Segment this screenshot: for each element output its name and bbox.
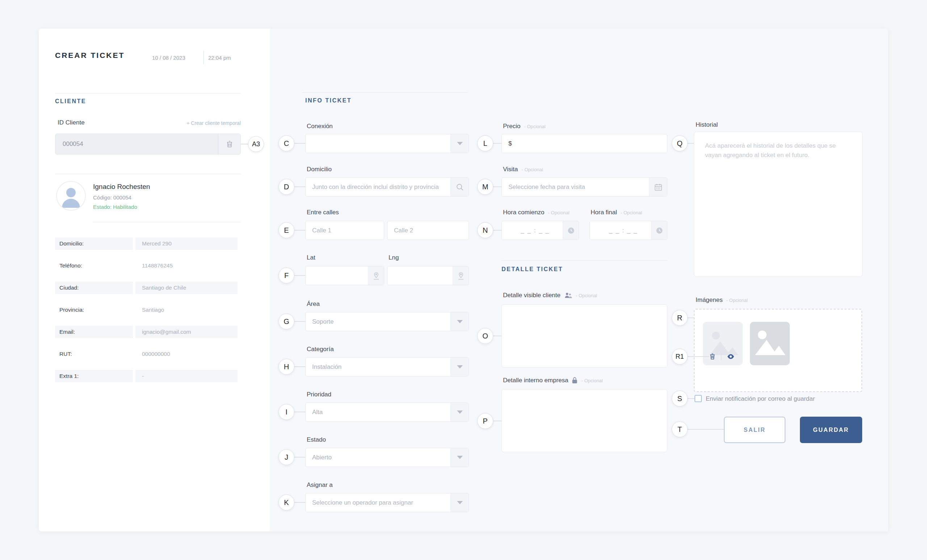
salir-button[interactable]: SALIR xyxy=(724,417,786,443)
divider xyxy=(501,260,667,261)
annotation-marker-g: G xyxy=(278,314,295,329)
marker-connector xyxy=(688,356,710,357)
detalle-interno-label: Detalle interno empresa xyxy=(503,377,568,384)
divider xyxy=(721,353,721,360)
conexion-select[interactable] xyxy=(305,134,469,153)
client-detail-row: Teléfono: 1148876245 xyxy=(55,260,237,272)
marker-connector xyxy=(295,143,305,144)
marker-connector xyxy=(688,429,724,429)
marker-connector xyxy=(241,144,248,144)
estado-select[interactable]: Abierto xyxy=(305,448,469,467)
detail-value: Santiago xyxy=(135,304,237,316)
hora-final-label-row: Hora final - Opcional xyxy=(591,209,642,216)
client-detail-row: Extra 1: - xyxy=(55,370,237,382)
detalle-visible-label-row: Detalle visible cliente - Opcional xyxy=(503,292,597,299)
page-title: CREAR TICKET xyxy=(55,51,125,60)
prioridad-label: Prioridad xyxy=(307,391,331,398)
detail-value: - xyxy=(135,370,237,382)
location-pin-icon xyxy=(372,272,380,280)
client-code: Código: 000054 xyxy=(93,194,131,200)
asignar-input[interactable] xyxy=(305,493,468,512)
header-time: 22:04 pm xyxy=(208,55,231,61)
imagenes-label: Imágenes xyxy=(696,296,723,304)
annotation-marker-t: T xyxy=(672,421,688,437)
visita-input[interactable] xyxy=(502,178,667,196)
calle1-field xyxy=(305,221,384,240)
detail-label: Domicilio: xyxy=(55,237,133,250)
chevron-down-icon xyxy=(457,410,463,414)
hora-comienzo-field xyxy=(501,221,579,240)
detail-label: Ciudad: xyxy=(55,282,133,294)
detail-label: Extra 1: xyxy=(55,370,133,382)
hora-final-field xyxy=(590,221,667,240)
id-cliente-label: ID Cliente xyxy=(58,119,85,126)
marker-connector xyxy=(688,143,694,144)
opcional-tag: - Opcional xyxy=(548,210,569,216)
precio-input[interactable] xyxy=(502,134,667,153)
chevron-down-icon xyxy=(457,320,463,323)
calle1-input[interactable] xyxy=(305,221,384,240)
categoria-select[interactable]: Instalación xyxy=(305,357,469,376)
guardar-button[interactable]: GUARDAR xyxy=(800,417,862,443)
estado-value: Abierto xyxy=(312,448,332,467)
detail-value: Santiago de Chile xyxy=(135,282,237,294)
marker-connector xyxy=(295,230,305,231)
clock-suffix[interactable] xyxy=(563,221,579,240)
detalle-visible-textarea[interactable] xyxy=(501,304,667,367)
marker-connector xyxy=(493,187,501,187)
image-thumbnail[interactable] xyxy=(750,322,790,365)
select-suffix xyxy=(450,448,468,467)
asignar-select[interactable] xyxy=(305,493,469,512)
people-icon xyxy=(564,292,572,299)
detalle-visible-label: Detalle visible cliente xyxy=(503,292,561,299)
person-icon xyxy=(57,182,85,210)
divider xyxy=(93,222,241,222)
notify-email-checkbox[interactable] xyxy=(694,395,702,402)
opcional-tag: - Opcional xyxy=(576,293,597,298)
preview-image-icon[interactable] xyxy=(727,354,734,359)
domicilio-input[interactable] xyxy=(305,178,468,196)
chevron-down-icon xyxy=(457,456,463,459)
detail-label: Teléfono: xyxy=(55,260,133,272)
marker-connector xyxy=(295,187,305,187)
calle2-input[interactable] xyxy=(388,221,468,240)
clear-client-button[interactable] xyxy=(218,134,240,154)
marker-connector xyxy=(493,230,501,231)
area-value: Soporte xyxy=(312,313,334,331)
historial-placeholder: Acá aparecerá el historial de los detall… xyxy=(705,141,850,160)
section-info-ticket: INFO TICKET xyxy=(305,97,352,104)
opcional-tag: - Opcional xyxy=(621,210,642,216)
precio-field: $ xyxy=(501,134,667,153)
id-cliente-input[interactable] xyxy=(55,140,218,148)
opcional-tag: - Opcional xyxy=(524,124,546,129)
detalle-interno-textarea[interactable] xyxy=(501,389,667,452)
calendar-suffix[interactable] xyxy=(649,178,667,196)
divider xyxy=(55,174,241,174)
crear-cliente-temporal-link[interactable]: + Crear cliente temporal xyxy=(147,120,241,126)
marker-connector xyxy=(688,317,694,318)
client-status: Estado: Habilitado xyxy=(93,204,137,210)
delete-image-icon[interactable] xyxy=(710,353,715,360)
section-detalle-ticket: DETALLE TICKET xyxy=(501,266,563,273)
id-cliente-group xyxy=(55,134,241,155)
area-select[interactable]: Soporte xyxy=(305,312,469,331)
hora-comienzo-label-row: Hora comienzo - Opcional xyxy=(503,209,570,216)
conexion-label: Conexión xyxy=(307,123,333,130)
marker-connector xyxy=(493,420,501,421)
detalle-interno-label-row: Detalle interno empresa - Opcional xyxy=(503,377,603,384)
client-name: Ignacio Rochesten xyxy=(93,183,150,191)
annotation-marker-o: O xyxy=(477,328,493,344)
crear-ticket-card: CREAR TICKET 10 / 08 / 2023 22:04 pm CLI… xyxy=(39,29,888,531)
client-avatar xyxy=(56,181,86,211)
visita-label: Visita xyxy=(503,166,518,173)
hora-comienzo-label: Hora comienzo xyxy=(503,209,544,216)
clock-suffix[interactable] xyxy=(651,221,667,240)
divider xyxy=(302,92,468,93)
page: { "header": { "title": "CREAR TICKET", "… xyxy=(0,0,927,560)
detail-value: 000000000 xyxy=(135,348,237,360)
prioridad-select[interactable]: Alta xyxy=(305,402,469,422)
lat-field xyxy=(305,266,384,285)
historial-label: Historial xyxy=(696,121,718,129)
imagenes-label-row: Imágenes - Opcional xyxy=(696,296,748,304)
lat-label: Lat xyxy=(307,254,315,261)
